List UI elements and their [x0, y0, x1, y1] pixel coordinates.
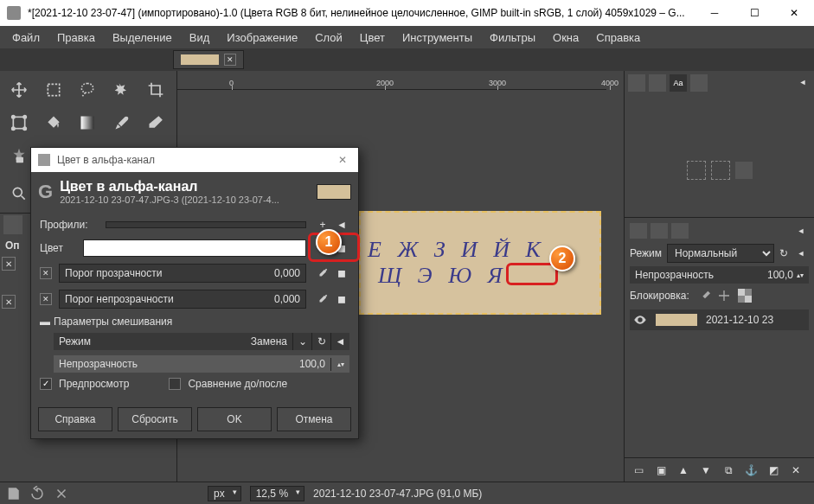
preset-menu-icon[interactable]: ◄ — [334, 217, 349, 233]
fonts-tab-icon[interactable]: Aa — [670, 74, 687, 92]
layers-tab-icon[interactable] — [630, 223, 647, 239]
lower-layer-icon[interactable]: ▼ — [697, 462, 715, 479]
menu-select[interactable]: Выделение — [106, 28, 179, 48]
menu-color[interactable]: Цвет — [353, 28, 392, 48]
preview-swatch — [317, 184, 351, 200]
dock-tab-icon[interactable] — [3, 215, 22, 234]
stroke-selection-icon[interactable] — [711, 161, 730, 180]
menu-edit[interactable]: Правка — [50, 28, 102, 48]
history-tab-icon[interactable] — [690, 74, 708, 92]
menu-image[interactable]: Изображение — [220, 28, 304, 48]
blend-opacity-slider[interactable]: Непрозрачность 100,0 ▴▾ — [54, 355, 349, 373]
layer-visibility-icon[interactable] — [633, 313, 647, 327]
sb-revert-icon[interactable] — [29, 486, 45, 501]
menu-layer[interactable]: Слой — [308, 28, 349, 48]
selection-to-path-icon[interactable] — [687, 161, 706, 180]
menu-help[interactable]: Справка — [589, 28, 647, 48]
layer-row[interactable]: 2021-12-10 23 — [630, 309, 809, 330]
preview-label: Предпросмотр — [59, 378, 129, 390]
layers-menu-icon[interactable]: ◄ — [793, 223, 809, 239]
paths-tab-icon[interactable] — [671, 223, 689, 239]
menu-view[interactable]: Вид — [183, 28, 217, 48]
layer-group-icon[interactable]: ▣ — [652, 462, 670, 479]
dialog-titlebar[interactable]: Цвет в альфа-канал ✕ — [31, 148, 358, 172]
gradient-tool[interactable] — [72, 107, 103, 138]
svg-rect-7 — [16, 157, 23, 163]
mask-layer-icon[interactable]: ◩ — [765, 462, 782, 479]
transparency-threshold-input[interactable]: Порог прозрачности 0,000 — [59, 264, 306, 283]
threshold-t-pipette-icon[interactable] — [315, 265, 330, 281]
ok-button[interactable]: OK — [197, 407, 272, 431]
preview-checkbox[interactable] — [40, 378, 52, 390]
help-button[interactable]: Справка — [38, 407, 112, 431]
tab-close-icon[interactable]: ✕ — [224, 54, 236, 66]
maximize-button[interactable]: ☐ — [734, 0, 774, 26]
link-threshold-icon[interactable]: ✕ — [40, 267, 52, 279]
right-dock: Aa ◄ ◄ Режим Нормальный ↻ ◄ — [624, 71, 814, 482]
menu-file[interactable]: Файл — [5, 28, 47, 48]
svg-rect-6 — [81, 117, 94, 130]
right-top-menu-icon[interactable]: ◄ — [795, 74, 811, 90]
free-select-tool[interactable] — [72, 74, 103, 105]
lock-position-icon[interactable] — [717, 289, 731, 303]
spinner-icon[interactable]: ▴▾ — [330, 358, 349, 371]
threshold-o-pipette-icon[interactable] — [315, 291, 330, 307]
mode-switch-icon[interactable]: ↻ — [779, 247, 788, 259]
threshold-t-fill-icon[interactable]: ◼ — [334, 265, 349, 281]
menu-tools[interactable]: Инструменты — [395, 28, 479, 48]
left-option-close-2[interactable]: ✕ — [2, 295, 16, 309]
unit-select[interactable]: px — [208, 486, 241, 501]
crop-tool[interactable] — [140, 74, 171, 105]
raise-layer-icon[interactable]: ▲ — [675, 462, 692, 479]
layer-opacity-label: Непрозрачность — [635, 269, 714, 281]
dialog-close-icon[interactable]: ✕ — [334, 154, 351, 166]
layer-opacity-value: 100,0 — [767, 269, 793, 281]
brushes-tab-icon[interactable] — [628, 74, 645, 92]
duplicate-layer-icon[interactable]: ⧉ — [720, 462, 737, 479]
lock-alpha-icon[interactable] — [738, 289, 752, 303]
split-checkbox[interactable] — [169, 378, 181, 390]
spinner-icon[interactable]: ▴▾ — [797, 271, 804, 279]
merge-layer-icon[interactable]: ⚓ — [742, 462, 760, 479]
color-input[interactable] — [83, 239, 306, 257]
presets-combo[interactable] — [106, 221, 306, 228]
rect-select-tool[interactable] — [38, 74, 69, 105]
bucket-fill-tool[interactable] — [38, 107, 69, 138]
paintbrush-tool[interactable] — [106, 107, 138, 138]
menu-windows[interactable]: Окна — [546, 28, 586, 48]
new-layer-icon[interactable]: ▭ — [630, 462, 647, 479]
layer-opacity-slider[interactable]: Непрозрачность 100,0 ▴▾ — [630, 266, 809, 284]
layers-footer: ▭ ▣ ▲ ▼ ⧉ ⚓ ◩ ✕ — [625, 457, 814, 482]
save-selection-icon[interactable] — [735, 162, 753, 179]
zoom-select[interactable]: 12,5 % — [250, 486, 304, 501]
dialog-title: Цвет в альфа-канал — [57, 154, 334, 166]
channels-tab-icon[interactable] — [651, 223, 668, 239]
blend-menu-icon[interactable]: ◄ — [330, 333, 349, 350]
delete-layer-icon[interactable]: ✕ — [787, 462, 804, 479]
left-option-close-1[interactable]: ✕ — [2, 257, 16, 271]
cancel-button[interactable]: Отмена — [277, 407, 351, 431]
eraser-tool[interactable] — [140, 107, 171, 138]
mode-menu-icon[interactable]: ◄ — [793, 246, 809, 261]
menu-filters[interactable]: Фильтры — [483, 28, 542, 48]
close-button[interactable]: ✕ — [774, 0, 814, 26]
image-tab[interactable]: ✕ — [173, 50, 244, 69]
blend-switch-icon[interactable]: ↻ — [311, 333, 330, 350]
move-tool[interactable] — [3, 74, 35, 105]
minimize-button[interactable]: ─ — [695, 0, 734, 26]
threshold-o-fill-icon[interactable]: ◼ — [334, 291, 349, 307]
blend-section-toggle[interactable]: ▬ Параметры смешивания — [40, 316, 349, 328]
blend-mode-select[interactable]: Режим Замена ⌄ ↻ ◄ — [54, 333, 349, 350]
transform-tool[interactable] — [3, 107, 35, 138]
opacity-threshold-input[interactable]: Порог непрозрачности 0,000 — [59, 290, 306, 309]
fuzzy-select-tool[interactable] — [106, 74, 138, 105]
svg-point-5 — [23, 127, 26, 130]
chevron-down-icon: ⌄ — [292, 333, 311, 350]
link-opacity-threshold-icon[interactable]: ✕ — [40, 293, 52, 305]
lock-pixels-icon[interactable] — [696, 289, 710, 303]
patterns-tab-icon[interactable] — [649, 74, 666, 92]
layer-mode-select[interactable]: Нормальный — [667, 244, 774, 263]
sb-close-icon[interactable] — [54, 486, 69, 501]
reset-button[interactable]: Сбросить — [118, 407, 192, 431]
sb-save-icon[interactable] — [5, 486, 21, 501]
